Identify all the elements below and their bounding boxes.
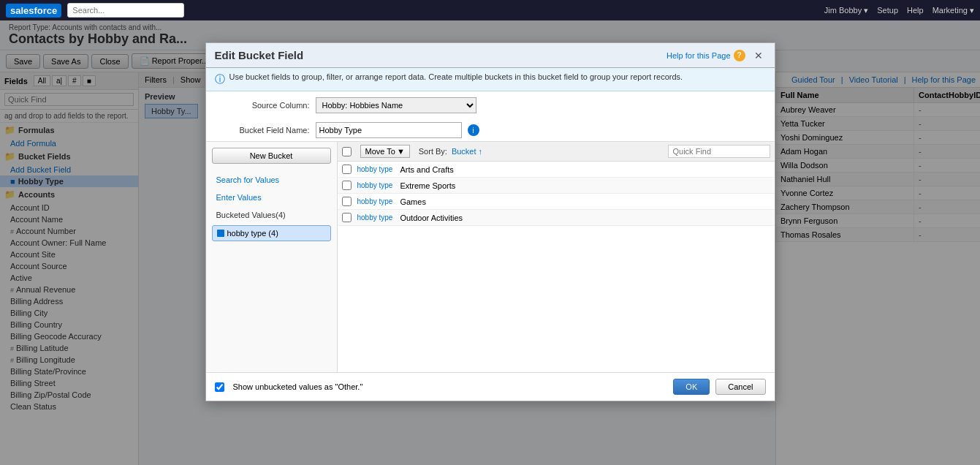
bucket-value-row-2: hobby type Games (338, 194, 775, 210)
bucket-field-name-input[interactable] (316, 122, 462, 138)
modal-title: Edit Bucket Field (215, 49, 304, 61)
show-unbucketed-label: Show unbucketed values as "Other." (233, 382, 363, 391)
row-2-type: hobby type (357, 197, 393, 205)
edit-bucket-field-modal: Edit Bucket Field Help for this Page ? ✕… (205, 42, 775, 401)
row-2-checkbox[interactable] (342, 197, 352, 206)
bucket-field-name-row: Bucket Field Name: i (206, 116, 775, 141)
row-1-value: Extreme Sports (400, 181, 455, 190)
help-icon: ? (734, 50, 745, 61)
move-to-label: Move To (365, 147, 395, 156)
setup-link[interactable]: Setup (877, 6, 898, 15)
bucket-right-panel: Move To ▼ Sort By: Bucket ↑ hobb (338, 142, 775, 372)
source-column-select[interactable]: Hobby: Hobbies Name (316, 97, 476, 113)
top-nav: salesforce Jim Bobby ▾ Setup Help Market… (0, 0, 980, 20)
row-1-type: hobby type (357, 181, 393, 189)
source-column-row: Source Column: Hobby: Hobbies Name (206, 91, 775, 116)
modal-overlay: Edit Bucket Field Help for this Page ? ✕… (0, 20, 980, 465)
bullet-icon (217, 230, 224, 237)
bucket-search-input[interactable] (668, 145, 770, 158)
move-to-select[interactable]: Move To ▼ (360, 145, 410, 158)
nav-links: Jim Bobby ▾ Setup Help Marketing ▾ (824, 6, 974, 15)
enter-values-option[interactable]: Enter Values (212, 190, 331, 205)
bucket-value-row-3: hobby type Outdoor Activities (338, 210, 775, 226)
row-2-value: Games (400, 197, 425, 206)
sort-by-label: Sort By: (419, 147, 447, 156)
row-0-type: hobby type (357, 165, 393, 173)
modal-footer-buttons: OK Cancel (673, 379, 765, 395)
modal-close-button[interactable]: ✕ (751, 50, 766, 61)
bucket-quick-find (668, 145, 770, 158)
help-link[interactable]: Help (907, 6, 924, 15)
marketing-menu[interactable]: Marketing ▾ (932, 6, 974, 15)
page-container: Report Type: Accounts with contacts and … (0, 20, 980, 465)
bucket-table-header: Move To ▼ Sort By: Bucket ↑ (338, 142, 775, 162)
bucket-values-area: hobby type Arts and Crafts hobby type Ex… (338, 162, 775, 372)
select-all-checkbox[interactable] (342, 147, 352, 156)
bucketed-values-label: Bucketed Values(4) (212, 208, 331, 222)
bucket-left-panel: New Bucket Search for Values Enter Value… (206, 142, 338, 372)
hobby-type-bucket-item[interactable]: hobby type (4) (212, 225, 331, 241)
info-icon: ⓘ (215, 73, 225, 86)
cancel-button[interactable]: Cancel (715, 379, 765, 395)
row-3-checkbox[interactable] (342, 213, 352, 222)
bucket-value-row-0: hobby type Arts and Crafts (338, 162, 775, 178)
modal-bucket-body: New Bucket Search for Values Enter Value… (206, 141, 775, 372)
row-3-type: hobby type (357, 213, 393, 222)
modal-header-right: Help for this Page ? ✕ (666, 50, 765, 61)
bucket-value-row-1: hobby type Extreme Sports (338, 178, 775, 194)
bucket-spacer (338, 226, 775, 372)
hobby-type-bucket-label: hobby type (4) (227, 229, 278, 238)
new-bucket-button[interactable]: New Bucket (212, 148, 331, 164)
ok-button[interactable]: OK (673, 379, 710, 395)
help-text: Help for this Page (666, 51, 730, 60)
user-menu[interactable]: Jim Bobby ▾ (824, 6, 868, 15)
row-3-value: Outdoor Activities (400, 213, 463, 222)
source-column-label: Source Column: (215, 101, 310, 110)
bucket-name-info-btn[interactable]: i (468, 124, 479, 136)
move-to-chevron: ▼ (397, 147, 405, 156)
modal-info-text: Use bucket fields to group, filter, or a… (229, 72, 683, 81)
row-1-checkbox[interactable] (342, 181, 352, 190)
search-for-values-option[interactable]: Search for Values (212, 173, 331, 187)
bucket-field-name-label: Bucket Field Name: (215, 126, 310, 135)
salesforce-logo: salesforce (6, 4, 61, 18)
search-input[interactable] (67, 3, 184, 18)
modal-info-bar: ⓘ Use bucket fields to group, filter, or… (206, 68, 775, 91)
modal-header: Edit Bucket Field Help for this Page ? ✕ (206, 43, 775, 68)
sort-by-value[interactable]: Bucket ↑ (452, 147, 482, 156)
modal-help-link[interactable]: Help for this Page ? (666, 50, 745, 61)
show-unbucketed-checkbox[interactable] (215, 382, 224, 392)
row-0-value: Arts and Crafts (400, 165, 453, 174)
modal-footer: Show unbucketed values as "Other." OK Ca… (206, 372, 775, 401)
row-0-checkbox[interactable] (342, 165, 352, 174)
